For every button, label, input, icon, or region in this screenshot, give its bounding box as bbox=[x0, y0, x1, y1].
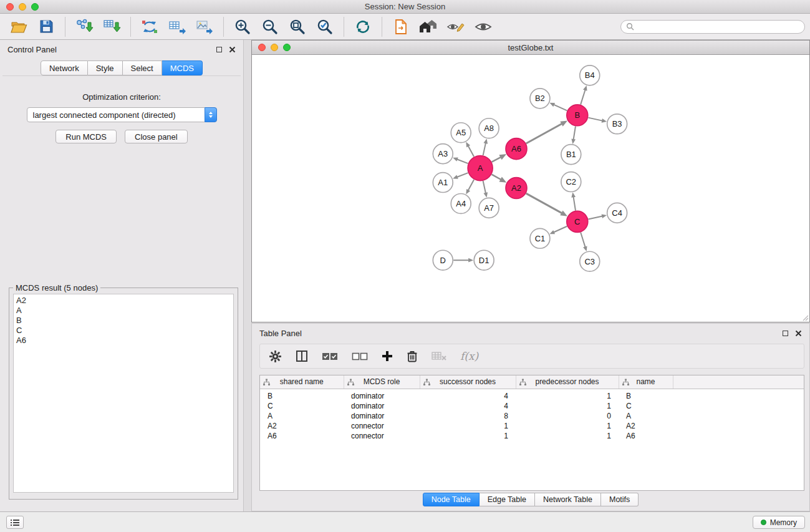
add-row-button[interactable] bbox=[382, 351, 393, 362]
minimize-window-button[interactable] bbox=[19, 3, 26, 11]
column-header-name[interactable]: name bbox=[619, 375, 673, 389]
close-panel-icon[interactable] bbox=[229, 46, 236, 53]
column-header-predecessor-nodes[interactable]: predecessor nodes bbox=[516, 375, 619, 389]
delete-row-button[interactable] bbox=[407, 350, 418, 363]
result-item[interactable]: A2 bbox=[14, 294, 233, 306]
graph-edge[interactable] bbox=[526, 193, 567, 216]
delete-table-button[interactable] bbox=[432, 351, 446, 362]
close-panel-button[interactable]: Close panel bbox=[125, 130, 188, 143]
criterion-dropdown[interactable]: largest connected component (directed) bbox=[27, 107, 217, 122]
refresh-button[interactable] bbox=[351, 16, 375, 38]
show-details-button[interactable] bbox=[471, 16, 495, 38]
network-close-button[interactable] bbox=[258, 44, 266, 51]
graph-edge[interactable] bbox=[453, 157, 468, 163]
graph-node-A8[interactable]: A8 bbox=[479, 118, 499, 138]
show-column-button[interactable] bbox=[296, 350, 308, 362]
graph-edge[interactable] bbox=[581, 233, 587, 252]
import-session-button[interactable] bbox=[389, 16, 413, 38]
graph-node-A[interactable]: A bbox=[468, 156, 493, 181]
import-table-button[interactable] bbox=[100, 16, 123, 38]
graph-edge[interactable] bbox=[483, 181, 488, 198]
graph-node-B3[interactable]: B3 bbox=[607, 114, 627, 134]
graph-edge[interactable] bbox=[581, 85, 587, 105]
graph-edge[interactable] bbox=[588, 118, 607, 123]
graph-node-B2[interactable]: B2 bbox=[530, 89, 550, 109]
close-table-panel-icon[interactable] bbox=[795, 330, 802, 337]
zoom-in-button[interactable] bbox=[231, 16, 254, 38]
mcds-result-list[interactable]: A2ABCA6 bbox=[13, 294, 234, 493]
close-window-button[interactable] bbox=[6, 3, 14, 11]
graph-node-A6[interactable]: A6 bbox=[506, 138, 527, 160]
graph-edge[interactable] bbox=[453, 258, 473, 263]
graph-node-A1[interactable]: A1 bbox=[433, 173, 453, 193]
clone-network-button[interactable] bbox=[138, 16, 162, 38]
search-input[interactable] bbox=[637, 22, 799, 31]
graph-node-C[interactable]: C bbox=[567, 211, 588, 232]
graph-node-B1[interactable]: B1 bbox=[561, 145, 581, 165]
network-canvas[interactable]: B4B2BB3A8A5A6A3B1AA1C2A2A4A7C4CC1C3DD1 bbox=[252, 54, 809, 322]
graph-node-A2[interactable]: A2 bbox=[506, 178, 527, 199]
result-item[interactable]: C bbox=[14, 326, 233, 336]
result-item[interactable]: A6 bbox=[14, 336, 233, 346]
import-network-button[interactable] bbox=[72, 16, 96, 38]
tab-network[interactable]: Network bbox=[41, 60, 88, 75]
graph-edge[interactable] bbox=[571, 192, 576, 210]
graph-node-C2[interactable]: C2 bbox=[561, 172, 581, 192]
memory-button[interactable]: Memory bbox=[753, 516, 805, 529]
graph-edge[interactable] bbox=[549, 226, 567, 235]
zoom-fit-button[interactable] bbox=[286, 16, 309, 38]
graph-edge[interactable] bbox=[588, 214, 607, 219]
float-table-panel-icon[interactable] bbox=[783, 331, 788, 336]
tab-edge-table[interactable]: Edge Table bbox=[480, 493, 535, 506]
graph-node-A4[interactable]: A4 bbox=[451, 193, 471, 213]
graph-edge[interactable] bbox=[571, 127, 576, 144]
save-session-button[interactable] bbox=[34, 16, 58, 38]
graph-edge[interactable] bbox=[483, 138, 488, 155]
column-header-successor-nodes[interactable]: successor nodes bbox=[420, 375, 516, 389]
table-settings-button[interactable] bbox=[269, 350, 282, 363]
graph-edge[interactable] bbox=[466, 180, 474, 195]
network-window-titlebar[interactable]: testGlobe.txt bbox=[252, 41, 809, 54]
table-row[interactable]: Bdominator41B bbox=[260, 389, 804, 401]
network-minimize-button[interactable] bbox=[271, 44, 278, 51]
graph-node-C3[interactable]: C3 bbox=[580, 251, 600, 271]
result-item[interactable]: A bbox=[14, 306, 233, 316]
tab-node-table[interactable]: Node Table bbox=[423, 493, 480, 506]
graph-edge[interactable] bbox=[549, 103, 567, 111]
network-zoom-button[interactable] bbox=[283, 44, 291, 51]
graph-node-C1[interactable]: C1 bbox=[530, 228, 550, 248]
export-table-button[interactable] bbox=[165, 16, 189, 38]
tab-style[interactable]: Style bbox=[88, 60, 123, 75]
zoom-window-button[interactable] bbox=[31, 3, 39, 11]
style-visibility-button[interactable] bbox=[444, 16, 468, 38]
float-panel-icon[interactable] bbox=[216, 47, 222, 52]
tab-network-table[interactable]: Network Table bbox=[535, 493, 601, 506]
column-header-shared-name[interactable]: shared name bbox=[260, 375, 344, 389]
graph-node-B[interactable]: B bbox=[567, 105, 588, 126]
tab-select[interactable]: Select bbox=[123, 60, 162, 75]
resize-grip-icon[interactable] bbox=[801, 313, 809, 321]
graph-edge[interactable] bbox=[492, 154, 507, 162]
graph-node-B4[interactable]: B4 bbox=[580, 65, 600, 85]
export-image-button[interactable] bbox=[193, 16, 216, 38]
graph-node-A7[interactable]: A7 bbox=[479, 198, 499, 218]
run-mcds-button[interactable]: Run MCDS bbox=[55, 130, 117, 143]
zoom-out-button[interactable] bbox=[258, 16, 282, 38]
function-builder-button[interactable]: f(x) bbox=[460, 350, 478, 362]
graph-node-D1[interactable]: D1 bbox=[474, 250, 494, 270]
graph-node-A3[interactable]: A3 bbox=[433, 144, 453, 164]
graph-edge[interactable] bbox=[491, 175, 506, 183]
column-header-MCDS-role[interactable]: MCDS role bbox=[344, 375, 420, 389]
graph-node-A5[interactable]: A5 bbox=[451, 123, 471, 143]
select-all-button[interactable] bbox=[322, 352, 338, 361]
show-panels-button[interactable] bbox=[6, 516, 24, 529]
zoom-selected-button[interactable] bbox=[313, 16, 337, 38]
graph-edge[interactable] bbox=[526, 120, 567, 143]
open-session-button[interactable] bbox=[7, 16, 31, 38]
table-row[interactable]: A6connector11A6 bbox=[260, 431, 804, 441]
table-row[interactable]: A2connector11A2 bbox=[260, 421, 804, 431]
graph-edge[interactable] bbox=[453, 173, 468, 179]
table-row[interactable]: Cdominator41C bbox=[260, 401, 804, 411]
graph-node-D[interactable]: D bbox=[433, 250, 453, 270]
result-item[interactable]: B bbox=[14, 316, 233, 326]
